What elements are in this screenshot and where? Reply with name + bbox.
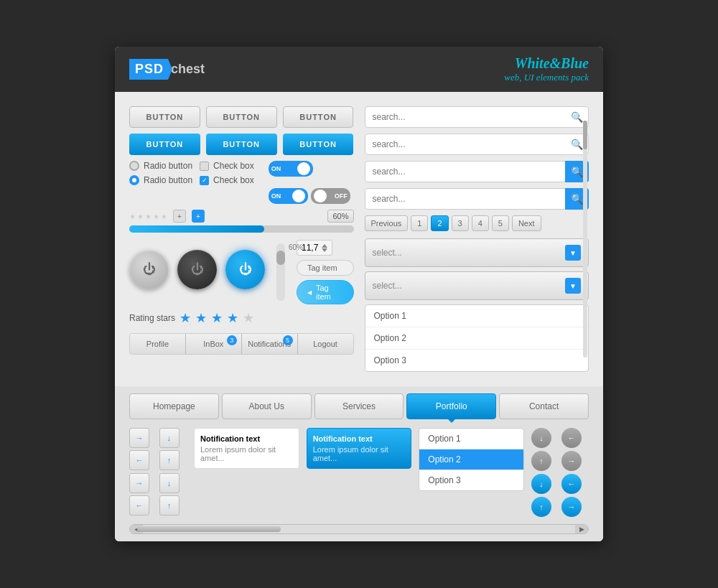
- arrow-up-2[interactable]: ↑: [159, 495, 180, 515]
- blue-button-row: BUTTON BUTTON BUTTON: [129, 134, 354, 155]
- tab-notifications[interactable]: Notifications 5: [242, 334, 298, 354]
- arrow-down-2[interactable]: ↓: [159, 473, 180, 493]
- check-item-1[interactable]: Check box: [200, 161, 254, 171]
- blue-button-2[interactable]: BUTTON: [206, 134, 277, 155]
- select-2[interactable]: select... ▼: [365, 271, 589, 300]
- arrow-left-1[interactable]: ←: [129, 450, 149, 470]
- star-4[interactable]: ★: [227, 310, 238, 326]
- circle-btns-blue-top: ↓ ←: [531, 474, 589, 494]
- logo-chest: chest: [171, 62, 205, 77]
- radio-circle-2: [129, 175, 139, 185]
- toggle-on[interactable]: ON: [269, 161, 313, 177]
- knob-dark[interactable]: ⏻: [177, 250, 217, 289]
- page-2-active[interactable]: 2: [431, 215, 448, 231]
- vertical-slider[interactable]: [276, 243, 285, 301]
- star-5[interactable]: ★: [243, 310, 254, 326]
- star-1[interactable]: ★: [180, 310, 191, 326]
- dd-option-1[interactable]: Option 1: [419, 429, 523, 449]
- spinner-down-arrow: [322, 248, 327, 252]
- option-3[interactable]: Option 3: [365, 350, 589, 371]
- nav-contact[interactable]: Contact: [499, 393, 589, 419]
- brand-text: White&Blue web, UI elements pack: [504, 55, 589, 83]
- notif-1-title: Notification text: [200, 434, 293, 443]
- nav-homepage[interactable]: Homepage: [129, 393, 219, 419]
- select-1[interactable]: select... ▼: [365, 238, 589, 267]
- scroll-track[interactable]: [583, 121, 587, 358]
- circle-gray-right[interactable]: →: [561, 451, 582, 471]
- horizontal-scrollbar[interactable]: ◀ ▶: [129, 524, 589, 534]
- radio-item-2[interactable]: Radio button: [129, 175, 192, 185]
- blue-button-1[interactable]: BUTTON: [129, 134, 200, 155]
- rating-row: Rating stars ★ ★ ★ ★ ★: [129, 310, 354, 326]
- bottom-nav: Homepage About Us Services Portfolio Con…: [115, 386, 603, 541]
- circle-blue-up[interactable]: ↑: [531, 497, 551, 517]
- tag-item-2[interactable]: Tag item: [297, 280, 354, 304]
- arrow-right-2[interactable]: →: [129, 473, 149, 493]
- page-1[interactable]: 1: [411, 215, 428, 231]
- page-5[interactable]: 5: [492, 215, 509, 231]
- circle-gray-down[interactable]: ↓: [531, 428, 551, 448]
- progress-bar[interactable]: [129, 225, 354, 233]
- select-arrow-1: ▼: [565, 245, 581, 261]
- check-item-2[interactable]: ✓ Check box: [200, 175, 254, 185]
- tab-inbox[interactable]: InBox 3: [186, 334, 242, 354]
- right-column: 🔍 🔍 🔍 🔍 Previous 1 2 3 4 5: [365, 106, 589, 372]
- arrow-right-1[interactable]: →: [129, 428, 149, 448]
- h-scroll-arrow-right[interactable]: ▶: [575, 525, 588, 533]
- page-3[interactable]: 3: [452, 215, 469, 231]
- arrow-left-2[interactable]: ←: [129, 495, 149, 515]
- h-scroll-thumb: [137, 526, 281, 532]
- nav-portfolio[interactable]: Portfolio: [406, 393, 496, 419]
- minus-btn[interactable]: +: [173, 210, 186, 223]
- nav-services[interactable]: Services: [314, 393, 404, 419]
- power-icon-blue: ⏻: [239, 262, 252, 277]
- tag-item-1[interactable]: Tag item: [297, 260, 354, 276]
- circle-blue-down[interactable]: ↓: [531, 474, 551, 494]
- spinner-tags: 11,7 Tag item Tag item: [297, 240, 354, 304]
- circle-gray-up[interactable]: ↑: [531, 451, 551, 471]
- ghost-button-2[interactable]: BUTTON: [206, 106, 277, 128]
- circle-buttons-section: ↓ ← ↑ → ↓ ← ↑ →: [531, 428, 589, 517]
- radio-item-1[interactable]: Radio button: [129, 161, 192, 171]
- page-next[interactable]: Next: [512, 215, 541, 231]
- tab-logout[interactable]: Logout: [298, 334, 353, 354]
- search-input-2[interactable]: [365, 134, 589, 155]
- knob-gray[interactable]: ⏻: [129, 250, 169, 289]
- blue-button-3[interactable]: BUTTON: [283, 134, 354, 155]
- arrow-buttons-bottom: → ↓ ← ↑: [129, 473, 187, 515]
- brand-subtitle: web, UI elements pack: [504, 72, 589, 83]
- scroll-thumb: [583, 121, 587, 149]
- checkbox-1: [200, 162, 209, 171]
- option-2[interactable]: Option 2: [365, 327, 589, 350]
- tab-profile[interactable]: Profile: [130, 334, 186, 354]
- star-3[interactable]: ★: [211, 310, 223, 326]
- toggle-off[interactable]: OFF: [311, 188, 350, 204]
- circle-blue-left[interactable]: ←: [561, 474, 582, 494]
- checkbox-2: ✓: [200, 176, 209, 185]
- ghost-button-1[interactable]: BUTTON: [129, 106, 200, 128]
- ghost-button-3[interactable]: BUTTON: [283, 106, 354, 128]
- circle-gray-left[interactable]: ←: [561, 428, 582, 448]
- circle-blue-right[interactable]: →: [561, 497, 582, 517]
- search-box-1: 🔍: [365, 106, 589, 128]
- toggle-on-2[interactable]: ON: [269, 188, 308, 204]
- search-input-3[interactable]: [365, 161, 589, 182]
- page-4[interactable]: 4: [472, 215, 489, 231]
- radio-circle-1: [129, 161, 139, 171]
- arrow-up-1[interactable]: ↑: [159, 450, 180, 470]
- search-input-4[interactable]: [365, 188, 589, 210]
- dd-option-3[interactable]: Option 3: [419, 470, 523, 490]
- search-input-1[interactable]: [365, 106, 589, 128]
- arrow-down-1[interactable]: ↓: [159, 428, 180, 448]
- option-1[interactable]: Option 1: [365, 305, 589, 327]
- star-2[interactable]: ★: [195, 310, 207, 326]
- nav-about[interactable]: About Us: [222, 393, 312, 419]
- left-column: BUTTON BUTTON BUTTON BUTTON BUTTON BUTTO…: [129, 106, 354, 372]
- knob-blue[interactable]: ⏻: [225, 250, 265, 289]
- tab-bar: Profile InBox 3 Notifications 5 Logout: [129, 333, 354, 355]
- page-prev[interactable]: Previous: [365, 215, 409, 231]
- notification-card-1: Notification text Lorem ipsum dolor sit …: [194, 428, 299, 469]
- search-box-3: 🔍: [365, 161, 589, 182]
- plus-btn-blue[interactable]: +: [192, 210, 205, 223]
- dd-option-2-active[interactable]: Option 2: [419, 449, 523, 470]
